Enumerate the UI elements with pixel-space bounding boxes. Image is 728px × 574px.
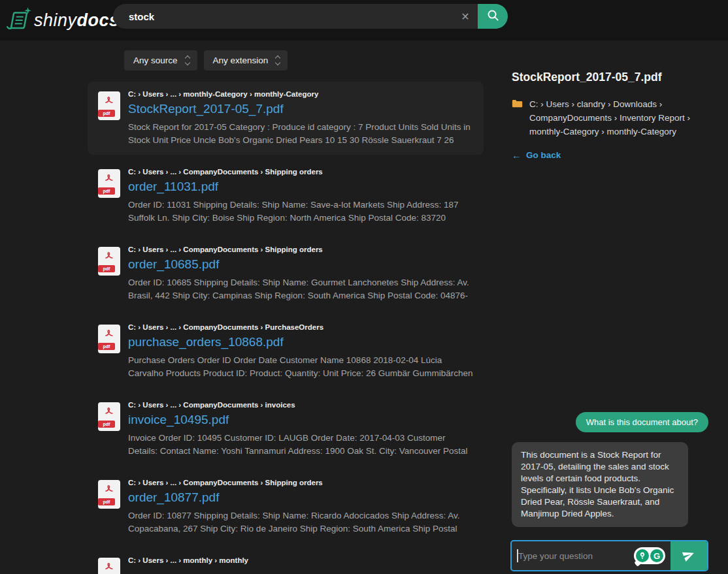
shinydocs-logo-icon (5, 7, 33, 34)
send-paper-plane-icon (682, 548, 696, 564)
chat-answer-bubble: This document is a Stock Report for 2017… (512, 442, 688, 527)
result-breadcrumb: C: › Users › ... › CompanyDocuments › in… (128, 401, 473, 409)
result-row[interactable]: pdf C: › Users › ... › CompanyDocuments … (88, 159, 484, 232)
result-filename-link[interactable]: order_10877.pdf (128, 489, 473, 506)
lightbulb-icon (636, 549, 649, 562)
result-breadcrumb: C: › Users › ... › monthly › monthly (128, 556, 248, 564)
result-breadcrumb: C: › Users › ... › CompanyDocuments › Pu… (128, 323, 473, 331)
result-filename-link[interactable]: invoice_10495.pdf (128, 411, 473, 428)
pdf-file-icon: pdf (98, 480, 120, 509)
result-breadcrumb: C: › Users › ... › CompanyDocuments › Sh… (128, 168, 473, 176)
source-filter-dropdown[interactable]: Any source (124, 50, 197, 71)
document-detail-panel: StockReport_2017-05_7.pdf C: › Users › c… (512, 71, 711, 161)
result-snippet: Order ID: 10877 Shipping Details: Ship N… (128, 509, 473, 535)
go-back-link[interactable]: ← Go back (512, 150, 561, 161)
pdf-file-icon: pdf (98, 247, 120, 276)
send-question-button[interactable] (670, 541, 707, 570)
pdf-file-icon: pdf (98, 402, 120, 431)
result-snippet: Order ID: 10685 Shipping Details: Ship N… (128, 276, 473, 302)
result-snippet: Invoice Order ID: 10495 Customer ID: LAU… (128, 432, 473, 457)
search-icon (486, 8, 500, 24)
logo-wordmark: shinydocs (34, 10, 120, 31)
chat-question-bubble: What is this document about? (576, 412, 708, 432)
search-button[interactable] (478, 4, 508, 29)
shinydocs-app: shinydocs ✕ Any source Any extension (0, 0, 728, 574)
question-input[interactable] (512, 541, 634, 570)
go-back-label: Go back (526, 150, 561, 160)
result-row-selected[interactable]: pdf C: › Users › ... › monthly-Category … (88, 82, 484, 155)
chevron-updown-icon (276, 56, 280, 65)
detail-document-title: StockReport_2017-05_7.pdf (512, 71, 711, 84)
clear-search-button[interactable]: ✕ (453, 4, 478, 29)
search-results-list: pdf C: › Users › ... › monthly-Category … (88, 82, 484, 574)
back-arrow-icon: ← (512, 150, 521, 161)
pdf-badge: pdf (98, 498, 115, 505)
top-bar: shinydocs ✕ (0, 0, 728, 40)
source-filter-label: Any source (133, 56, 178, 65)
pdf-file-icon: pdf (98, 558, 120, 574)
close-icon: ✕ (461, 10, 469, 23)
result-row[interactable]: pdf C: › Users › ... › monthly › monthly (88, 548, 484, 574)
result-snippet: Stock Report for 2017-05 Category : Prod… (128, 121, 473, 146)
folder-icon (512, 97, 523, 138)
pdf-badge: pdf (98, 343, 115, 350)
result-filename-link[interactable]: order_11031.pdf (128, 178, 473, 195)
extension-filter-label: Any extension (213, 56, 269, 65)
search-input[interactable] (113, 4, 453, 29)
pdf-badge: pdf (98, 421, 115, 428)
shinydocs-logo[interactable]: shinydocs (5, 7, 120, 34)
pdf-file-icon: pdf (98, 325, 120, 353)
grammarly-extension-badge[interactable]: G (634, 547, 665, 564)
result-filename-link[interactable]: purchase_orders_10868.pdf (128, 334, 473, 351)
result-filename-link[interactable]: order_10685.pdf (128, 256, 473, 273)
result-snippet: Order ID: 11031 Shipping Details: Ship N… (128, 199, 473, 224)
result-snippet: Purchase Orders Order ID Order Date Cust… (128, 354, 473, 379)
result-row[interactable]: pdf C: › Users › ... › CompanyDocuments … (88, 315, 484, 388)
pdf-badge: pdf (98, 187, 115, 195)
chevron-updown-icon (186, 56, 190, 65)
filter-bar: Any source Any extension (124, 50, 288, 71)
result-breadcrumb: C: › Users › ... › monthly-Category › mo… (128, 90, 473, 98)
text-cursor (517, 549, 518, 562)
extension-filter-dropdown[interactable]: Any extension (204, 50, 288, 71)
result-row[interactable]: pdf C: › Users › ... › CompanyDocuments … (88, 392, 484, 466)
result-breadcrumb: C: › Users › ... › CompanyDocuments › Sh… (128, 246, 473, 253)
search-bar: ✕ (113, 4, 508, 29)
result-filename-link[interactable]: StockReport_2017-05_7.pdf (128, 101, 473, 118)
pdf-badge: pdf (98, 265, 115, 272)
pdf-file-icon: pdf (98, 91, 120, 120)
result-breadcrumb: C: › Users › ... › CompanyDocuments › Sh… (128, 479, 473, 486)
result-row[interactable]: pdf C: › Users › ... › CompanyDocuments … (88, 237, 484, 310)
result-row[interactable]: pdf C: › Users › ... › CompanyDocuments … (88, 470, 484, 543)
chat-input-container: G (510, 540, 708, 571)
detail-document-path: C: › Users › clandry › Downloads › Compa… (529, 97, 711, 138)
grammarly-g-icon: G (650, 549, 663, 562)
pdf-file-icon: pdf (98, 169, 120, 198)
pdf-badge: pdf (98, 110, 115, 117)
